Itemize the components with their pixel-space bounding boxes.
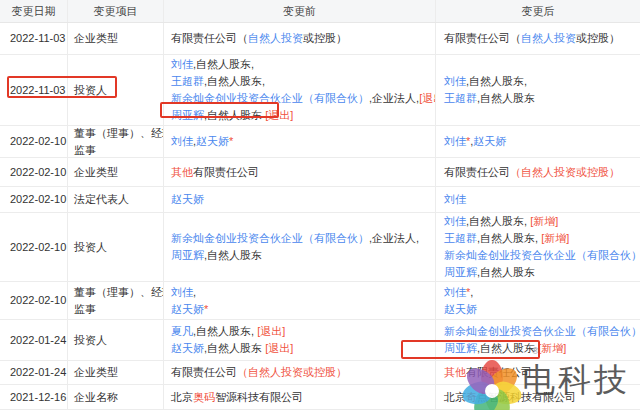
entity-link[interactable]: 自然人投资: [248, 32, 303, 44]
entity-link[interactable]: 新余灿金创业投资合伙企业（有限合伙）: [171, 232, 369, 244]
change-item-cell: 董事（理事）、经理、监事: [67, 282, 163, 319]
text-segment: ,: [193, 286, 196, 298]
change-item-cell: 投资人: [67, 320, 163, 360]
entity-link[interactable]: 赵天娇: [473, 135, 506, 147]
entity-link[interactable]: 刘佳: [444, 286, 466, 298]
column-header: 变更前: [163, 0, 435, 22]
text-segment: ,自然人股东,: [193, 325, 257, 337]
entity-link[interactable]: 自然人投资: [521, 32, 576, 44]
table-row: 2022-02-10董事（理事）、经理、监事刘佳,赵天娇*刘佳*,赵天娇: [0, 126, 640, 158]
entity-link[interactable]: 赵天娇: [171, 193, 204, 205]
change-item-cell: 投资人: [67, 213, 163, 281]
watermark-brand-text: 电科技: [522, 358, 630, 403]
change-tag: [新增]: [530, 215, 558, 227]
column-header: 变更项目: [67, 0, 163, 22]
change-tag: *: [229, 135, 233, 147]
text-segment: ,自然人股东: [477, 92, 535, 104]
change-tag: [退出]: [265, 109, 293, 121]
change-tag: [退出]: [265, 342, 293, 354]
change-date-cell: 2022-11-03: [0, 55, 67, 125]
after-change-cell: 刘佳,自然人股东, [新增]王超群,自然人股东, [新增]新余灿金创业投资合伙企…: [435, 213, 640, 281]
table-row: 2022-01-24投资人夏凡,自然人股东, [退出]赵天娇,自然人股东 [退出…: [0, 320, 640, 361]
entity-link[interactable]: 王超群: [444, 232, 477, 244]
change-date-cell: 2022-02-10: [0, 282, 67, 319]
entity-link[interactable]: 周亚辉: [444, 342, 477, 354]
entity-link[interactable]: 周亚辉: [171, 249, 204, 261]
entity-link[interactable]: 夏凡: [171, 325, 193, 337]
change-date-cell: 2022-02-10: [0, 126, 67, 157]
entity-link[interactable]: 新余灿金创业投资合伙企业（有限合伙）: [444, 325, 640, 337]
entity-link[interactable]: 新余灿金创业投资合伙企业（有限合伙）: [444, 249, 640, 261]
change-tag: （自然人投资或控股）: [237, 366, 347, 378]
entity-link[interactable]: 王超群: [171, 75, 204, 87]
entity-link[interactable]: 王超群: [444, 92, 477, 104]
text-segment: ,自然人股东,: [204, 75, 265, 87]
change-item-cell: 企业类型: [67, 361, 163, 384]
entity-link[interactable]: 新余灿金创业投资合伙企业（有限合伙）: [171, 92, 369, 104]
text-segment: 有限责任公司（: [444, 32, 521, 44]
entity-link[interactable]: 刘佳: [171, 286, 193, 298]
entity-link[interactable]: 刘佳: [444, 135, 466, 147]
column-header: 变更后: [435, 0, 640, 22]
change-item-cell: 董事（理事）、经理、监事: [67, 126, 163, 157]
change-item-cell: 法定代表人: [67, 187, 163, 212]
text-segment: ,自然人股东: [204, 249, 262, 261]
entity-link[interactable]: 赵天娇: [444, 303, 477, 315]
before-change-cell: 刘佳,赵天娇*: [163, 126, 435, 157]
entity-link[interactable]: 周亚辉: [171, 109, 204, 121]
text-segment: 有限责任公司: [171, 366, 237, 378]
change-item-cell: 企业名称: [67, 385, 163, 409]
text-segment: 或控股）: [303, 32, 347, 44]
entity-link[interactable]: 赵天娇: [171, 303, 204, 315]
table-row: 2022-02-10企业类型其他有限责任公司有限责任公司（自然人投资或控股）: [0, 158, 640, 187]
before-change-cell: 其他有限责任公司: [163, 158, 435, 186]
table-row: 2022-02-10投资人新余灿金创业投资合伙企业（有限合伙）,企业法人,周亚辉…: [0, 213, 640, 282]
after-change-cell: 有限责任公司（自然人投资或控股）: [435, 158, 640, 186]
table-row: 2022-11-03企业类型有限责任公司（自然人投资或控股）有限责任公司（自然人…: [0, 23, 640, 55]
before-change-cell: 赵天娇: [163, 187, 435, 212]
after-change-cell: 刘佳*,赵天娇: [435, 126, 640, 157]
text-segment: 智源科技有限公司: [215, 391, 303, 403]
table-row: 2022-02-10董事（理事）、经理、监事刘佳,赵天娇*刘佳*,赵天娇: [0, 282, 640, 320]
before-change-cell: 新余灿金创业投资合伙企业（有限合伙）,企业法人,周亚辉,自然人股东: [163, 213, 435, 281]
table-row: 2022-11-03投资人刘佳,自然人股东,王超群,自然人股东,新余灿金创业投资…: [0, 55, 640, 126]
watermark-pinwheel-icon: [459, 358, 525, 410]
entity-link[interactable]: 刘佳: [171, 58, 193, 70]
change-item-cell: 投资人: [67, 55, 163, 125]
change-date-cell: 2021-12-16: [0, 385, 67, 409]
before-change-cell: 夏凡,自然人股东, [退出]赵天娇,自然人股东 [退出]: [163, 320, 435, 360]
change-date-cell: 2022-02-10: [0, 187, 67, 212]
entity-link[interactable]: 刘佳: [171, 135, 193, 147]
text-segment: ,自然人股东,: [193, 58, 254, 70]
text-segment: ,企业法人,: [369, 92, 419, 104]
change-date-cell: 2022-01-24: [0, 361, 67, 384]
text-segment: ,自然人股东: [477, 342, 538, 354]
table-header-row: 变更日期变更项目变更前变更后: [0, 0, 640, 23]
entity-link[interactable]: 赵天娇: [171, 342, 204, 354]
change-tag: [新增]: [538, 342, 566, 354]
text-segment: 或控股）: [576, 32, 620, 44]
entity-link[interactable]: 刘佳: [444, 215, 466, 227]
column-header: 变更日期: [0, 0, 67, 22]
change-record-screen: 变更日期变更项目变更前变更后2022-11-03企业类型有限责任公司（自然人投资…: [0, 0, 640, 410]
after-change-cell: 刘佳*,赵天娇: [435, 282, 640, 319]
text-segment: ,自然人股东,: [466, 215, 530, 227]
watermark: ® 电科技: [456, 356, 640, 410]
entity-link[interactable]: 赵天娇: [196, 135, 229, 147]
before-change-cell: 有限责任公司（自然人投资或控股）: [163, 23, 435, 54]
change-date-cell: 2022-11-03: [0, 23, 67, 54]
entity-link[interactable]: 刘佳: [444, 75, 466, 87]
change-tag: [退出]: [257, 325, 285, 337]
before-change-cell: 北京奥码智源科技有限公司: [163, 385, 435, 409]
text-segment: ,自然人股东: [204, 342, 265, 354]
text-segment: 有限责任公司: [444, 166, 510, 178]
text-segment: ,企业法人,: [369, 232, 419, 244]
change-tag: *: [204, 303, 208, 315]
entity-link[interactable]: 刘佳: [444, 193, 466, 205]
after-change-cell: 刘佳: [435, 187, 640, 212]
entity-link[interactable]: 周亚辉: [444, 266, 477, 278]
change-item-cell: 企业类型: [67, 23, 163, 54]
text-segment: ,自然人股东: [204, 109, 265, 121]
before-change-cell: 有限责任公司（自然人投资或控股）: [163, 361, 435, 384]
change-tag: [新增]: [541, 232, 569, 244]
